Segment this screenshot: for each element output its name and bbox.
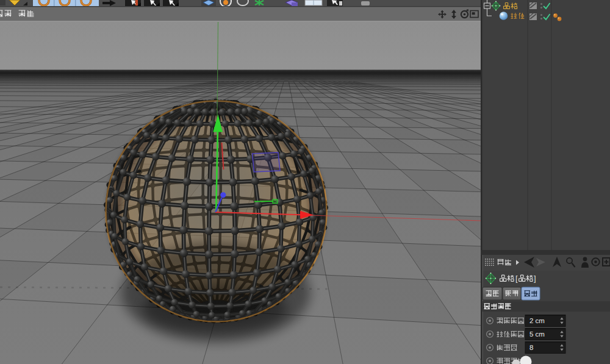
svg-text:5 cm: 5 cm: [529, 330, 545, 338]
svg-text:[: [: [515, 274, 518, 283]
svg-text:2 cm: 2 cm: [529, 317, 545, 324]
svg-text:8: 8: [529, 344, 533, 351]
svg-text:]: ]: [534, 274, 536, 283]
